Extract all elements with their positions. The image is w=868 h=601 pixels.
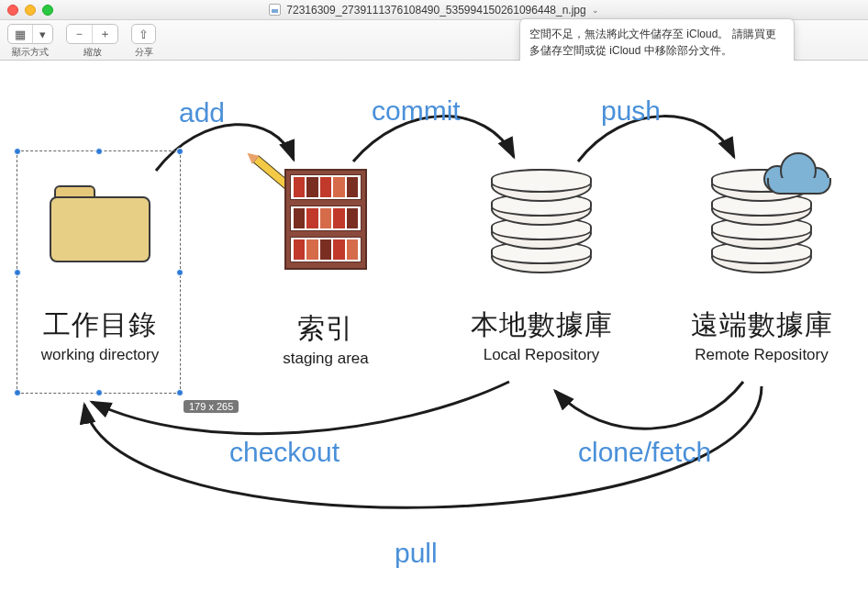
rem-title-zh: 遠端數據庫 bbox=[670, 306, 853, 344]
op-clone: clone/fetch bbox=[578, 437, 711, 468]
share-button[interactable]: ⇧ bbox=[131, 24, 156, 44]
toolbar-group-view: ▦ ▾ 顯示方式 bbox=[7, 24, 53, 59]
zoom-in-button[interactable]: ＋ bbox=[93, 25, 117, 43]
toolbar-group-share: ⇧ 分享 bbox=[131, 24, 156, 59]
window-title[interactable]: 72316309_2739111376108490_53599415026109… bbox=[0, 4, 868, 17]
arrow-clone-fetch bbox=[555, 382, 743, 428]
node-staging-area: 索引 staging area bbox=[252, 169, 399, 368]
loc-title-zh: 本地數據庫 bbox=[450, 306, 633, 344]
op-commit: commit bbox=[372, 95, 461, 127]
selection-rectangle[interactable] bbox=[17, 150, 181, 394]
share-label: 分享 bbox=[135, 46, 153, 59]
resize-handle-w[interactable] bbox=[14, 269, 21, 276]
resize-handle-e[interactable] bbox=[176, 269, 184, 276]
op-pull: pull bbox=[395, 538, 438, 569]
zoom-out-button[interactable]: － bbox=[67, 25, 93, 43]
resize-handle-sw[interactable] bbox=[14, 389, 21, 396]
cloud-icon bbox=[762, 152, 835, 198]
icloud-storage-notification[interactable]: 空間不足，無法將此文件儲存至 iCloud。 請購買更多儲存空間或從 iClou… bbox=[519, 18, 795, 66]
idx-title-en: staging area bbox=[252, 350, 399, 368]
image-canvas[interactable]: add commit push checkout clone/fetch pul… bbox=[0, 61, 868, 601]
database-icon bbox=[491, 169, 592, 270]
view-label: 顯示方式 bbox=[12, 46, 49, 59]
resize-handle-ne[interactable] bbox=[176, 148, 184, 155]
resize-handle-s[interactable] bbox=[95, 389, 103, 396]
op-checkout: checkout bbox=[229, 437, 339, 468]
node-remote-repository: 遠端數據庫 Remote Repository bbox=[670, 169, 853, 364]
window-filename: 72316309_2739111376108490_53599415026109… bbox=[286, 4, 585, 17]
op-push: push bbox=[601, 95, 661, 127]
window-titlebar: 72316309_2739111376108490_53599415026109… bbox=[0, 0, 868, 20]
notification-text: 空間不足，無法將此文件儲存至 iCloud。 請購買更多儲存空間或從 iClou… bbox=[529, 28, 776, 57]
file-type-icon bbox=[269, 4, 281, 16]
selection-size-label: 179 x 265 bbox=[184, 400, 239, 413]
share-icon[interactable]: ⇧ bbox=[132, 25, 155, 43]
resize-handle-nw[interactable] bbox=[14, 148, 21, 155]
bookshelf-icon bbox=[284, 169, 367, 270]
idx-title-zh: 索引 bbox=[252, 310, 399, 348]
zoom-buttons: － ＋ bbox=[66, 24, 118, 44]
zoom-label: 縮放 bbox=[83, 46, 102, 59]
loc-title-en: Local Repository bbox=[450, 346, 633, 364]
chevron-down-icon[interactable]: ⌄ bbox=[592, 6, 599, 15]
node-local-repository: 本地數據庫 Local Repository bbox=[450, 169, 633, 364]
view-mode-button[interactable]: ▦ ▾ bbox=[7, 24, 53, 44]
grid-icon[interactable]: ▦ bbox=[8, 25, 33, 43]
database-cloud-icon bbox=[711, 169, 812, 270]
op-add: add bbox=[179, 97, 225, 128]
resize-handle-n[interactable] bbox=[95, 148, 103, 155]
resize-handle-se[interactable] bbox=[176, 389, 184, 396]
toolbar-group-zoom: － ＋ 縮放 bbox=[66, 24, 118, 59]
chevron-down-icon[interactable]: ▾ bbox=[33, 25, 52, 43]
rem-title-en: Remote Repository bbox=[670, 346, 853, 364]
